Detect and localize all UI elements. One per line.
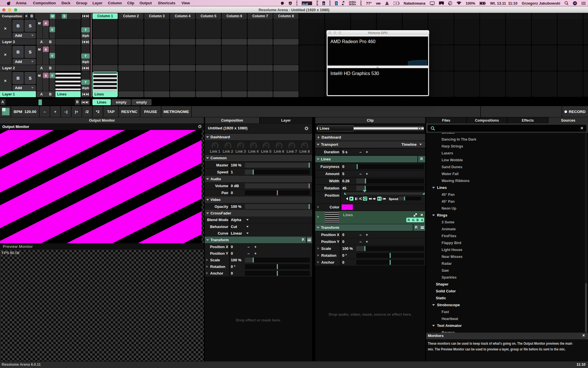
svg-text:5: 5 bbox=[289, 2, 291, 5]
